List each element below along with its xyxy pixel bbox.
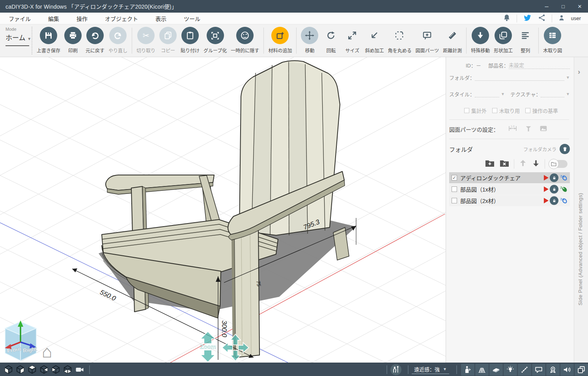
menu-file[interactable]: ファイル <box>0 13 39 24</box>
menu-operation[interactable]: 操作 <box>68 13 96 24</box>
viewport-3d[interactable]: 795.3 550.0 300.0 75 Front Right ⌂ <box>0 57 446 363</box>
special-move-button[interactable]: 特殊移動 <box>469 24 492 54</box>
walkthrough-icon <box>392 365 400 374</box>
view-top-button[interactable] <box>27 364 37 375</box>
folder-row[interactable]: 部品図（1x材） <box>449 184 570 195</box>
exclude-total-checkbox[interactable] <box>464 108 469 113</box>
twitter-icon[interactable] <box>523 13 532 24</box>
lock-icon[interactable] <box>550 196 558 205</box>
play-icon[interactable] <box>544 175 549 181</box>
menu-object[interactable]: オブジェクト <box>96 13 147 24</box>
close-button[interactable]: ✕ <box>571 0 588 13</box>
camera-view-button[interactable] <box>74 364 85 375</box>
zoom-widget[interactable]: Zoom <box>200 331 216 362</box>
comment-button[interactable] <box>532 364 545 376</box>
folder-checkbox-checked[interactable]: ✓ <box>452 175 457 181</box>
folder-row[interactable]: ✓ アディロンダックチェア <box>449 172 570 183</box>
menu-tools[interactable]: ツール <box>175 13 209 24</box>
round-corner-button[interactable]: 角を丸める <box>386 24 413 54</box>
drawing-parts-settings-label: 図面パーツの設定： <box>449 125 499 133</box>
minimize-button[interactable]: ─ <box>538 0 555 13</box>
walkthrough-button[interactable] <box>390 364 401 375</box>
hide-temporarily-button[interactable]: 一時的に隠す <box>229 24 261 54</box>
copy-button[interactable]: コピー <box>157 24 179 54</box>
view-front-button[interactable] <box>39 364 49 375</box>
drawing-parts-button[interactable]: 図面パーツ <box>413 24 441 54</box>
folder-view-toggle[interactable] <box>549 160 567 168</box>
texture-select[interactable] <box>541 91 564 97</box>
duplicate-view-button[interactable] <box>575 364 588 376</box>
chair-model[interactable] <box>102 61 349 357</box>
shape-processing-button[interactable]: 形状加工 <box>492 24 515 54</box>
undo-button[interactable]: 元に戻す <box>84 24 106 54</box>
play-icon[interactable] <box>544 186 549 192</box>
operation-base-label: 操作の基準 <box>532 107 558 114</box>
main-toolbar: Mode ホーム ▼ 上書き保存 印刷 元に戻す やり直し ✂ 切り取り コ <box>0 24 588 57</box>
part-name-input[interactable]: 未設定 <box>509 61 570 69</box>
folder-add-button[interactable] <box>485 159 495 169</box>
move-button[interactable]: 移動 <box>299 24 320 54</box>
folder-remove-button[interactable] <box>499 159 510 169</box>
share-icon[interactable] <box>538 13 546 23</box>
size-button[interactable]: サイズ <box>342 24 363 54</box>
folder-checkbox[interactable] <box>452 186 457 192</box>
lock-icon[interactable] <box>550 173 558 182</box>
play-icon[interactable] <box>544 198 549 203</box>
view-bottom-button[interactable] <box>62 364 73 375</box>
style-label: スタイル： <box>449 90 475 98</box>
align-button[interactable]: 整列 <box>515 24 536 54</box>
perspective-selector[interactable]: 遠近感：強 ▼ <box>412 365 449 374</box>
menubar: ファイル 編集 操作 オブジェクト 表示 ツール user <box>0 13 588 24</box>
move-up-button[interactable] <box>519 159 527 169</box>
menu-edit[interactable]: 編集 <box>39 13 68 24</box>
mannequin-button[interactable] <box>461 364 474 376</box>
folder-row[interactable]: 部品図（2x材） <box>449 195 570 206</box>
mouse-blue-icon[interactable] <box>560 173 568 183</box>
floor-grid-button[interactable] <box>475 364 489 376</box>
dimension-icon[interactable]: 1.0 <box>508 124 518 134</box>
bevel-button[interactable]: 斜め加工 <box>363 24 386 54</box>
measure-mode-button[interactable] <box>518 364 531 376</box>
group-button[interactable]: グループ化 <box>202 24 229 54</box>
view-left-button[interactable] <box>3 364 14 375</box>
save-button[interactable]: 上書き保存 <box>35 24 62 54</box>
maximize-button[interactable]: □ <box>555 0 571 13</box>
folder-checkbox[interactable] <box>452 198 457 203</box>
panel-collapse-button[interactable]: › <box>578 67 580 76</box>
menubar-separator <box>552 15 552 22</box>
view-back-button[interactable] <box>50 364 61 375</box>
menu-view[interactable]: 表示 <box>147 13 175 24</box>
bell-icon[interactable] <box>502 13 511 23</box>
user-icon[interactable] <box>558 14 566 23</box>
cutting-diagram-button[interactable]: 木取り図 <box>541 24 564 54</box>
light-button[interactable] <box>504 364 517 376</box>
style-select[interactable] <box>475 91 499 97</box>
paste-button[interactable]: 貼り付け <box>179 24 202 54</box>
view-right-button[interactable] <box>15 364 26 375</box>
material-block-button[interactable] <box>489 364 503 376</box>
toolbar-separator <box>538 28 539 54</box>
cut-button[interactable]: ✂ 切り取り <box>134 24 157 54</box>
operation-base-checkbox[interactable] <box>525 108 530 113</box>
add-material-button[interactable]: 材料の追加 <box>266 24 294 54</box>
image-icon[interactable] <box>539 124 548 134</box>
sound-button[interactable] <box>560 364 574 376</box>
folder-camera-delete-button[interactable] <box>560 144 570 154</box>
mouse-blue-icon[interactable] <box>560 196 568 206</box>
mode-selector[interactable]: Mode ホーム ▼ <box>0 24 32 46</box>
stamp-button[interactable] <box>546 364 560 376</box>
mouse-green-icon[interactable] <box>560 184 568 194</box>
lock-icon[interactable] <box>550 185 558 194</box>
chevron-down-icon: ▼ <box>27 37 31 41</box>
screw-icon[interactable] <box>524 124 533 134</box>
folder-select[interactable] <box>475 74 564 81</box>
distance-measure-button[interactable]: 距離計測 <box>441 24 464 54</box>
menubar-right: user <box>502 13 588 24</box>
nav-cube[interactable]: Front Right <box>5 320 37 361</box>
redo-button[interactable]: やり直し <box>106 24 129 54</box>
home-icon[interactable]: ⌂ <box>42 342 52 361</box>
print-button[interactable]: 印刷 <box>62 24 84 54</box>
for-cutting-checkbox[interactable] <box>492 108 497 113</box>
rotate-button[interactable]: 回転 <box>320 24 342 54</box>
move-down-button[interactable] <box>532 159 540 169</box>
